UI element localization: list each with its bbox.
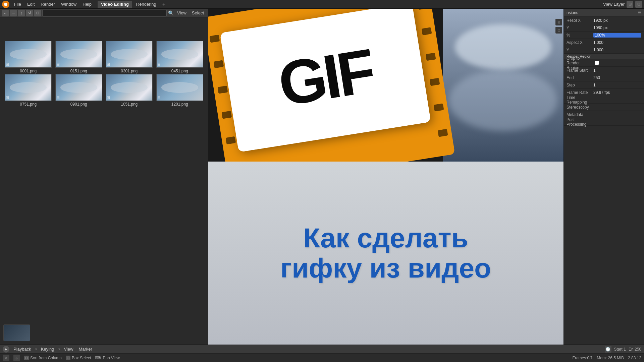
prop-frame-start-value[interactable]: 1 [593, 68, 641, 73]
tab-add[interactable]: + [160, 1, 167, 7]
box-select-icon[interactable]: ☐ [66, 356, 70, 360]
prop-step-value[interactable]: 1 [593, 83, 641, 87]
prop-header-icon[interactable]: ☰ [638, 10, 641, 15]
prop-end-value[interactable]: 250 [593, 75, 641, 80]
timeline-menu-marker[interactable]: Marker [77, 346, 93, 352]
properties-panel: nsions ☰ Resol X 1920 px Y 1080 px % 100… [564, 9, 644, 162]
prop-end-label: End [567, 75, 593, 80]
frames-status: Frames:0/1 [573, 356, 593, 360]
prop-percent-value[interactable]: 100% [593, 33, 641, 38]
prop-header-title: nsions [567, 10, 578, 15]
select-menu[interactable]: Select [190, 10, 206, 16]
view-layer-icon1[interactable]: ⊞ [627, 1, 633, 8]
nav-up[interactable]: ↑ [18, 10, 25, 16]
prop-end: End 250 [564, 74, 644, 81]
film-preview-img [4, 325, 30, 341]
thumb-0751[interactable]: 0751.png [3, 74, 53, 107]
thumb-1051[interactable]: 1051.png [104, 74, 154, 107]
sort-from-column-item: ☐ Sort from Column [24, 356, 62, 360]
prop-framerate-value[interactable]: 29.97 fps [593, 90, 641, 95]
tab-rendering[interactable]: Rendering [133, 1, 160, 8]
clouds-background [443, 9, 564, 162]
menu-help[interactable]: Help [80, 1, 94, 7]
status-bar-right: Frames:0/1 Mem: 26.5 MiB 2.83.12 [573, 356, 641, 360]
nav-refresh[interactable]: ↺ [26, 10, 33, 16]
menu-edit[interactable]: Edit [24, 1, 37, 7]
prop-crop-checkbox[interactable] [595, 61, 599, 65]
memory-status: Mem: 26.5 MiB [597, 356, 624, 360]
pan-view-item: ⌨ Pan View [95, 356, 119, 360]
prop-resol-y-label: Y [567, 25, 593, 30]
timeline-menu-keying[interactable]: Keying [40, 346, 56, 352]
preview-icon-1[interactable]: ⊞ [555, 19, 562, 25]
cloud-1 [455, 24, 551, 70]
thumb-0301[interactable]: 0301.png [104, 41, 154, 73]
menu-window[interactable]: Window [58, 1, 79, 7]
prop-aspect-y: Y 1.000 [564, 46, 644, 54]
preview-edge-icons: ⊞ ⊡ [555, 19, 562, 34]
keying-dropdown-icon[interactable]: ▾ [58, 347, 60, 351]
timeline-transform-icon[interactable]: ✥ [3, 355, 9, 361]
box-select-label: Box Select [72, 356, 91, 360]
file-browser-toolbar: ← → ↑ ↺ ⊡ 🔍 View Select [0, 9, 208, 17]
prop-resol-y: Y 1080 px [564, 24, 644, 32]
film-hole [430, 78, 440, 86]
thumb-img-0001 [5, 41, 52, 68]
frame-start-label: Start 1 [614, 347, 626, 352]
thumb-1201[interactable]: 1201.png [155, 74, 205, 107]
view-layer-icon2[interactable]: ⊡ [635, 1, 642, 8]
thumb-0151[interactable]: 0151.png [54, 41, 104, 73]
timeline-play-icon[interactable]: ▶ [3, 346, 9, 353]
sort-checkbox-icon[interactable]: ☐ [24, 356, 29, 360]
timeline-panel: ▶ Playback ▾ Keying ▾ View Marker 🕐 Star… [0, 345, 644, 362]
prop-stereo-label: Stereoscopy [567, 105, 593, 110]
prop-resol-y-value[interactable]: 1080 px [593, 25, 641, 30]
file-browser-lower [0, 259, 208, 345]
box-select-item: ☐ Box Select [66, 356, 91, 360]
playback-dropdown-icon[interactable]: ▾ [35, 347, 37, 351]
tab-video-editing[interactable]: Video Editing [98, 1, 132, 8]
nav-bookmark[interactable]: ⊡ [34, 10, 41, 16]
thumb-0001[interactable]: 0001.png [3, 41, 53, 73]
film-preview-thumb [3, 324, 30, 341]
prop-stereo: Stereoscopy [564, 104, 644, 111]
menu-render[interactable]: Render [38, 1, 58, 7]
timeline-cursor-icon[interactable]: ⊹ [13, 355, 20, 361]
nav-forward[interactable]: → [10, 10, 17, 16]
prop-step-label: Step [567, 83, 593, 87]
thumb-0901[interactable]: 0901.png [54, 74, 104, 107]
thumb-label-0301: 0301.png [121, 69, 138, 73]
film-hole [213, 60, 224, 68]
russian-line-2: гифку из видео [280, 253, 491, 283]
nav-back[interactable]: ← [2, 10, 9, 16]
russian-title: Как сделать гифку из видео [280, 223, 491, 283]
path-input[interactable] [42, 10, 167, 16]
thumb-label-0151: 0151.png [70, 69, 87, 73]
prop-percent: % 100% [564, 32, 644, 39]
prop-metadata-label: Metadata [567, 112, 593, 117]
prop-aspect-y-value[interactable]: 1.000 [593, 48, 641, 52]
clock-icon[interactable]: 🕐 [605, 346, 611, 353]
menu-file[interactable]: File [11, 1, 24, 7]
thumb-label-1201: 1201.png [171, 102, 188, 107]
file-browser: 0001.png 0151.png 0301.png 0451.png 0751… [0, 17, 208, 259]
prop-postproc-label: Post Processing [567, 117, 593, 127]
russian-line-1: Как сделать [280, 223, 491, 253]
pan-view-key-icon: ⌨ [95, 356, 101, 360]
prop-frame-start-label: Frame Start [567, 68, 593, 73]
view-menu[interactable]: View [175, 10, 189, 16]
thumb-label-0901: 0901.png [70, 102, 87, 107]
thumb-img-1051 [106, 74, 153, 101]
thumb-img-1201 [156, 74, 203, 101]
search-icon[interactable]: 🔍 [168, 10, 174, 16]
thumb-0451[interactable]: 0451.png [155, 41, 205, 73]
timeline-right-controls: 🕐 Start 1 En 250 [605, 346, 641, 353]
preview-icon-2[interactable]: ⊡ [555, 27, 562, 34]
film-hole [217, 85, 228, 94]
prop-aspect-x-value[interactable]: 1.000 [593, 40, 641, 45]
timeline-menu-playback[interactable]: Playback [12, 346, 33, 352]
prop-aspect-x-label: Aspect X [567, 40, 593, 45]
timeline-menu-view[interactable]: View [63, 346, 75, 352]
thumb-img-0751 [5, 74, 52, 101]
prop-resol-x-value[interactable]: 1920 px [593, 18, 641, 23]
